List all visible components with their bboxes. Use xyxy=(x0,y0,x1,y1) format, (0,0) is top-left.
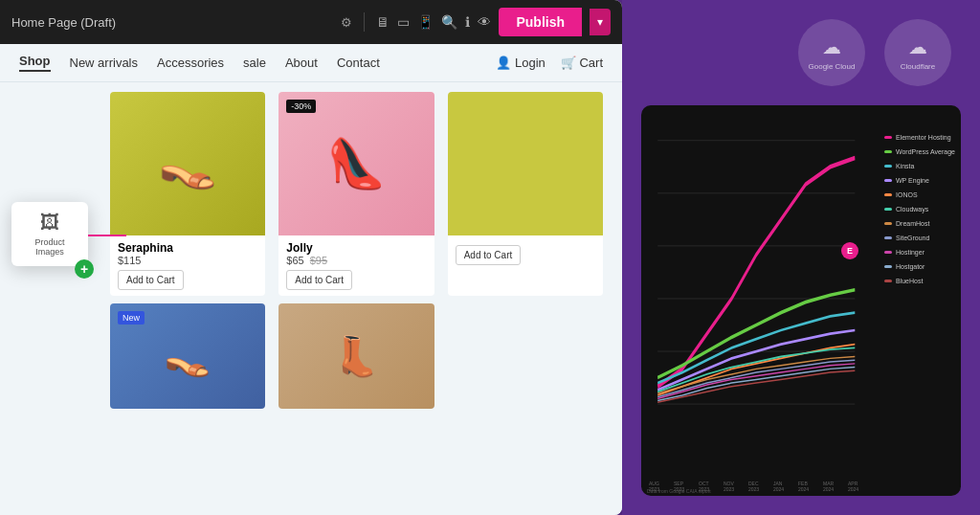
chart-panel: E Elementor Hosting WordPress Average Ki… xyxy=(641,105,961,496)
publish-button[interactable]: Publish xyxy=(499,8,582,36)
product-grid-row1: 👡 Seraphina $115 Add to Cart 👠 -30% Joll… xyxy=(91,82,622,296)
search-icon[interactable]: 🔍 xyxy=(441,14,457,30)
legend-label-hostgator: Hostgator xyxy=(896,263,924,270)
x-label-mar: MAR2024 xyxy=(823,481,834,492)
legend-label-kinsta: Kinsta xyxy=(896,163,914,169)
nav-about[interactable]: About xyxy=(285,56,318,70)
product-image-3 xyxy=(448,92,603,235)
product-badge-jolly: -30% xyxy=(286,100,316,113)
product-info-jolly: Jolly $65 $95 Add to Cart xyxy=(278,235,434,296)
tablet-icon[interactable]: ▭ xyxy=(397,14,410,30)
cloudflare-icon: ☁ xyxy=(908,35,927,58)
product-info-3: Add to Cart xyxy=(448,235,603,271)
info-icon[interactable]: ℹ xyxy=(465,14,470,30)
chart-legend: Elementor Hosting WordPress Average Kins… xyxy=(884,134,955,284)
legend-label-wp-engine: WP Engine xyxy=(896,177,929,184)
legend-label-bluehost: BlueHost xyxy=(896,278,923,284)
legend-dot-kinsta xyxy=(884,165,892,168)
legend-dot-dreamhost xyxy=(884,222,892,225)
legend-dot-bluehost xyxy=(884,280,892,282)
google-cloud-label: Google Cloud xyxy=(809,62,856,71)
legend-label-ionos: IONOS xyxy=(896,191,918,198)
mobile-icon[interactable]: 📱 xyxy=(417,14,434,30)
legend-elementor: Elementor Hosting xyxy=(884,134,955,141)
element-popup: 🖼 Product Images xyxy=(11,202,88,266)
nav-shop[interactable]: Shop xyxy=(19,54,51,72)
nav-accessories[interactable]: Accessories xyxy=(157,56,224,70)
legend-cloudways: Cloudways xyxy=(884,206,955,213)
new-badge: New xyxy=(118,311,145,325)
add-to-cart-jolly[interactable]: Add to Cart xyxy=(286,270,352,290)
separator xyxy=(364,12,365,32)
add-element-button[interactable]: + xyxy=(75,259,94,279)
legend-dot-hostinger xyxy=(884,251,892,254)
chart-source: Data from Google CAIA report xyxy=(647,488,711,494)
product-card-row2-1: New 👡 xyxy=(110,303,265,409)
elementor-badge: E xyxy=(841,242,858,259)
legend-dot-wp-engine xyxy=(884,179,892,182)
legend-label-hostinger: Hostinger xyxy=(896,249,924,256)
device-icons: 🖥 ▭ 📱 xyxy=(376,14,434,30)
legend-dot-wp-avg xyxy=(884,150,892,153)
legend-hostgator: Hostgator xyxy=(884,263,955,270)
legend-bluehost: BlueHost xyxy=(884,278,955,284)
legend-label-cloudways: Cloudways xyxy=(896,206,928,213)
legend-label-dreamhost: DreamHost xyxy=(896,220,929,227)
product-card-jolly: 👠 -30% Jolly $65 $95 Add to Cart xyxy=(278,92,434,296)
legend-label-siteground: SiteGround xyxy=(896,235,929,241)
website-content: Shop New arrivals Accessories sale About… xyxy=(0,44,622,515)
nav-new-arrivals[interactable]: New arrivals xyxy=(70,56,139,70)
nav-login[interactable]: 👤 Login xyxy=(496,56,545,70)
x-label-jan: JAN2024 xyxy=(773,481,784,492)
x-label-nov: NOV2023 xyxy=(724,481,734,492)
chart-svg xyxy=(641,105,871,457)
right-panel: ☁ Google Cloud ☁ Cloudflare xyxy=(622,0,980,515)
google-cloud-icon: ☁ xyxy=(822,35,841,58)
legend-hostinger: Hostinger xyxy=(884,249,955,256)
add-to-cart-3[interactable]: Add to Cart xyxy=(456,245,522,265)
product-images-label: Product Images xyxy=(23,237,77,257)
nav-contact[interactable]: Contact xyxy=(337,56,380,70)
product-card-seraphina: 👡 Seraphina $115 Add to Cart xyxy=(110,92,265,296)
legend-dot-ionos xyxy=(884,193,892,196)
popup-line xyxy=(88,235,126,236)
legend-siteground: SiteGround xyxy=(884,235,955,241)
product-price-jolly: $65 $95 xyxy=(286,255,426,266)
legend-dot-siteground xyxy=(884,236,892,239)
product-name-seraphina: Seraphina xyxy=(118,241,257,255)
publish-dropdown-button[interactable]: ▾ xyxy=(590,9,611,35)
product-image-seraphina: 👡 xyxy=(110,92,265,235)
nav-cart[interactable]: 🛒 Cart xyxy=(561,56,603,70)
cloudflare-logo: ☁ Cloudflare xyxy=(884,19,951,86)
legend-wp-avg: WordPress Average xyxy=(884,148,955,155)
google-cloud-logo: ☁ Google Cloud xyxy=(798,19,865,86)
toolbar: Home Page (Draft) ⚙ 🖥 ▭ 📱 🔍 ℹ 👁 Publish … xyxy=(0,0,622,44)
product-name-jolly: Jolly xyxy=(286,241,426,255)
legend-kinsta: Kinsta xyxy=(884,163,955,169)
product-info-seraphina: Seraphina $115 Add to Cart xyxy=(110,235,265,296)
product-card-row2-2: 👢 xyxy=(278,303,434,409)
legend-ionos: IONOS xyxy=(884,191,955,198)
legend-label-wp-avg: WordPress Average xyxy=(896,148,955,155)
legend-dot-hostgator xyxy=(884,265,892,268)
product-image-jolly: 👠 xyxy=(278,92,434,235)
price-original-jolly: $95 xyxy=(310,255,327,266)
legend-dreamhost: DreamHost xyxy=(884,220,955,227)
preview-icon[interactable]: 👁 xyxy=(478,14,491,30)
page-title: Home Page (Draft) xyxy=(11,15,333,30)
editor-container: Home Page (Draft) ⚙ 🖥 ▭ 📱 🔍 ℹ 👁 Publish … xyxy=(0,0,622,515)
nav-sale[interactable]: sale xyxy=(243,56,266,70)
desktop-icon[interactable]: 🖥 xyxy=(376,14,390,30)
nav-links: Shop New arrivals Accessories sale About… xyxy=(19,54,496,72)
product-price-seraphina: $115 xyxy=(118,255,257,266)
product-card-3: Add to Cart xyxy=(448,92,603,296)
legend-label-elementor: Elementor Hosting xyxy=(896,134,951,141)
product-image-row2-2: 👢 xyxy=(278,303,434,409)
product-images-icon: 🖼 xyxy=(23,212,77,234)
toolbar-right: 🔍 ℹ 👁 Publish ▾ xyxy=(441,8,611,36)
settings-icon[interactable]: ⚙ xyxy=(341,15,352,30)
product-grid-row2: New 👡 👢 xyxy=(91,296,622,409)
legend-dot-elementor xyxy=(884,136,892,139)
add-to-cart-seraphina[interactable]: Add to Cart xyxy=(118,270,184,290)
x-label-apr: APR2024 xyxy=(848,481,858,492)
